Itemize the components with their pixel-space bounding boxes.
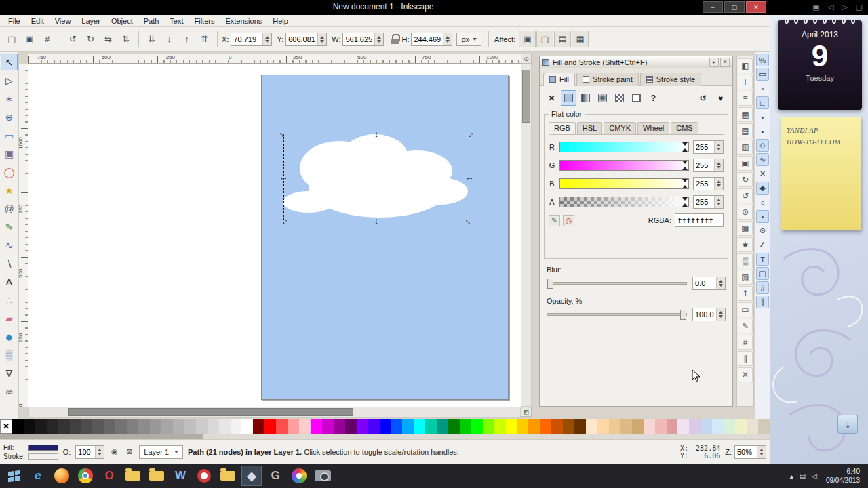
palette-swatch[interactable]	[402, 419, 414, 434]
fill-stroke-dialog-icon[interactable]: ◧	[738, 58, 753, 73]
palette-swatch[interactable]	[448, 419, 460, 434]
palette-swatch[interactable]	[380, 419, 391, 434]
close-dialogs-icon[interactable]: ✕	[738, 367, 753, 382]
fill-stroke-indicator[interactable]: Fill: Stroke:	[3, 444, 58, 460]
palette-swatch[interactable]	[506, 419, 517, 434]
lock-aspect-icon[interactable]	[391, 34, 399, 44]
menu-extensions[interactable]: Extensions	[220, 16, 267, 26]
stroke-color-swatch[interactable]	[28, 453, 58, 460]
affect-gradients-toggle[interactable]: ▤	[554, 30, 571, 47]
palette-swatch[interactable]	[689, 419, 701, 434]
ellipse-tool[interactable]: ◯	[1, 163, 18, 180]
menu-view[interactable]: View	[50, 16, 77, 26]
tray-status-icon[interactable]: ▤	[800, 472, 806, 480]
slider-thumb[interactable]	[682, 142, 688, 152]
affect-patterns-toggle[interactable]: ▦	[572, 30, 589, 47]
snap-grid-icon[interactable]: #	[756, 281, 769, 294]
palette-swatch[interactable]	[322, 419, 334, 434]
zoom-spinner[interactable]	[757, 446, 766, 458]
object-opacity-spinner[interactable]	[95, 446, 104, 458]
snap-line-midpoint-icon[interactable]: •	[756, 210, 769, 223]
snap-nodes-icon[interactable]: ◇	[756, 139, 769, 152]
maximize-button[interactable]: ▢	[724, 1, 745, 13]
h-input[interactable]	[412, 33, 443, 45]
palette-swatch[interactable]	[368, 419, 380, 434]
pencil-tool[interactable]: ✎	[1, 218, 18, 235]
eraser-tool[interactable]: ▰	[1, 310, 18, 327]
tweak-tool[interactable]: ∗	[1, 90, 18, 107]
palette-swatch[interactable]	[528, 419, 540, 434]
lower-to-bottom-icon[interactable]: ⇊	[143, 30, 160, 47]
snap-smooth-node-icon[interactable]: ○	[756, 196, 769, 209]
paint-pattern-button[interactable]	[612, 90, 627, 106]
palette-swatch[interactable]	[208, 419, 219, 434]
zoom-lock-icon[interactable]: ⊙	[521, 54, 532, 64]
palette-swatch[interactable]	[92, 419, 104, 434]
palette-swatch[interactable]	[58, 419, 70, 434]
palette-swatch[interactable]	[299, 419, 311, 434]
cms-toggle-icon[interactable]: ◩	[521, 407, 532, 417]
connector-tool[interactable]: ∞	[1, 383, 18, 400]
blur-slider[interactable]	[547, 282, 687, 285]
clone-dialog-icon[interactable]: ▩	[738, 221, 753, 236]
channel-slider-g[interactable]	[559, 160, 689, 171]
palette-swatch[interactable]	[115, 419, 127, 434]
tray-volume-icon[interactable]: ◁	[812, 472, 817, 480]
rectangle-tool[interactable]: ▭	[1, 127, 18, 144]
tab-stroke-style[interactable]: Stroke style	[640, 73, 701, 86]
color-palette-icon[interactable]	[289, 466, 309, 486]
palette-swatch[interactable]	[644, 419, 655, 434]
overlay-prev-icon[interactable]: ◁	[828, 3, 833, 12]
palette-swatch[interactable]	[276, 419, 288, 434]
palette-swatch[interactable]	[735, 419, 747, 434]
start-button[interactable]	[4, 466, 24, 486]
gradient-dialog-icon[interactable]: ▒	[738, 253, 753, 268]
layer-visibility-icon[interactable]: ◉	[109, 447, 119, 457]
paint-none-button[interactable]: ✕	[544, 90, 559, 106]
trace-bitmap-dialog-icon[interactable]: ▧	[738, 270, 753, 285]
menu-help[interactable]: Help	[267, 16, 294, 26]
menu-edit[interactable]: Edit	[26, 16, 50, 26]
paint-flat-button[interactable]	[561, 90, 576, 106]
palette-swatch[interactable]	[127, 419, 138, 434]
palette-swatch[interactable]	[540, 419, 551, 434]
snap-rotation-center-icon[interactable]: ∠	[756, 239, 769, 251]
media-record-icon[interactable]	[194, 466, 214, 486]
palette-swatch[interactable]	[517, 419, 529, 434]
layer-dropdown[interactable]: Layer 1	[139, 445, 183, 459]
palette-swatch[interactable]	[632, 419, 644, 434]
snap-enable-icon[interactable]: %	[756, 54, 769, 66]
camera-icon[interactable]	[313, 466, 333, 486]
find-dialog-icon[interactable]: ⊙	[738, 205, 753, 220]
menu-text[interactable]: Text	[164, 16, 189, 26]
scale-handle-icon[interactable]: ↕	[372, 215, 381, 226]
guides-dialog-icon[interactable]: ∥	[738, 351, 753, 366]
palette-swatch[interactable]	[609, 419, 620, 434]
palette-swatch[interactable]	[264, 419, 276, 434]
palette-swatch[interactable]	[161, 419, 173, 434]
vertical-scroll-thumb[interactable]	[522, 70, 530, 123]
tray-expand-icon[interactable]: ▴	[790, 472, 793, 480]
node-tool[interactable]: ▷	[1, 72, 18, 89]
scale-handle-icon[interactable]: ↔	[465, 171, 474, 182]
palette-swatch[interactable]	[70, 419, 81, 434]
palette-swatch[interactable]	[231, 419, 242, 434]
spray-tool[interactable]: ∴	[1, 291, 18, 308]
dropper-tool[interactable]: ∇	[1, 365, 18, 382]
palette-scroll-thumb[interactable]	[0, 434, 203, 439]
palette-swatch[interactable]	[345, 419, 357, 434]
h-spinner[interactable]	[443, 33, 452, 45]
palette-swatch[interactable]	[196, 419, 208, 434]
gimp-icon[interactable]: G	[265, 466, 285, 486]
snap-object-center-icon[interactable]: ⊙	[756, 224, 769, 237]
overlay-next-icon[interactable]: ▷	[842, 3, 847, 12]
w-input[interactable]	[343, 33, 374, 45]
snap-bbox-center-icon[interactable]: ▪	[756, 125, 769, 138]
palette-swatch[interactable]	[667, 419, 678, 434]
slider-thumb[interactable]	[682, 179, 688, 188]
palette-swatch[interactable]	[150, 419, 161, 434]
zoom-tool[interactable]: ⊕	[1, 108, 18, 125]
spiral-tool[interactable]: @	[1, 200, 18, 217]
palette-swatch[interactable]	[437, 419, 448, 434]
palette-swatch[interactable]	[677, 419, 689, 434]
